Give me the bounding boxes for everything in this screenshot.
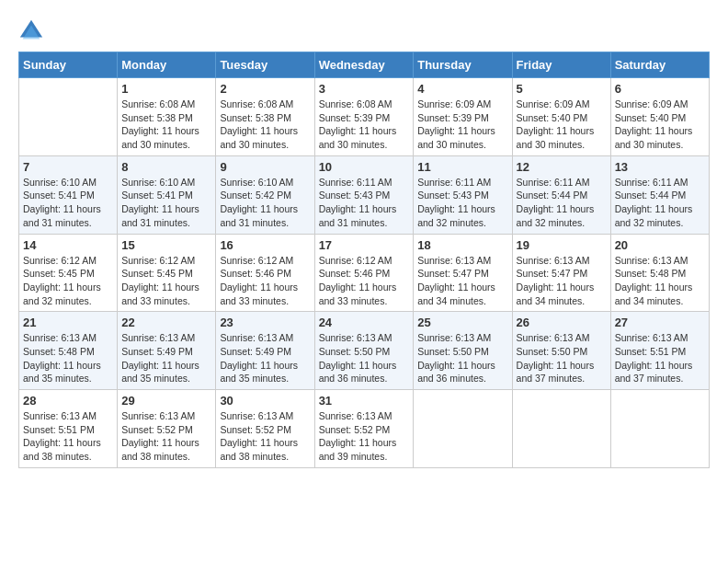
day-number: 18 bbox=[417, 238, 507, 252]
day-cell: 5 Sunrise: 6:09 AMSunset: 5:40 PMDayligh… bbox=[512, 78, 610, 156]
day-cell: 7 Sunrise: 6:10 AMSunset: 5:41 PMDayligh… bbox=[19, 155, 118, 234]
day-cell: 13 Sunrise: 6:11 AMSunset: 5:44 PMDaylig… bbox=[610, 155, 709, 234]
day-info: Sunrise: 6:13 AMSunset: 5:52 PMDaylight:… bbox=[121, 409, 211, 464]
day-header-wednesday: Wednesday bbox=[314, 52, 414, 78]
day-number: 8 bbox=[121, 160, 211, 174]
day-header-thursday: Thursday bbox=[414, 52, 512, 78]
day-number: 28 bbox=[23, 394, 113, 408]
day-cell: 31 Sunrise: 6:13 AMSunset: 5:52 PMDaylig… bbox=[314, 390, 414, 468]
day-cell: 10 Sunrise: 6:11 AMSunset: 5:43 PMDaylig… bbox=[314, 155, 414, 234]
calendar-table: SundayMondayTuesdayWednesdayThursdayFrid… bbox=[18, 52, 710, 468]
day-info: Sunrise: 6:11 AMSunset: 5:44 PMDaylight:… bbox=[517, 176, 607, 230]
day-info: Sunrise: 6:13 AMSunset: 5:50 PMDaylight:… bbox=[319, 331, 410, 385]
day-info: Sunrise: 6:09 AMSunset: 5:39 PMDaylight:… bbox=[417, 98, 507, 152]
day-cell: 18 Sunrise: 6:13 AMSunset: 5:47 PMDaylig… bbox=[414, 234, 512, 312]
day-info: Sunrise: 6:12 AMSunset: 5:45 PMDaylight:… bbox=[121, 254, 211, 308]
day-info: Sunrise: 6:13 AMSunset: 5:50 PMDaylight:… bbox=[417, 331, 507, 385]
week-row-1: 1 Sunrise: 6:08 AMSunset: 5:38 PMDayligh… bbox=[19, 78, 710, 156]
day-number: 23 bbox=[220, 316, 310, 329]
day-cell: 6 Sunrise: 6:09 AMSunset: 5:40 PMDayligh… bbox=[610, 78, 709, 156]
day-cell: 27 Sunrise: 6:13 AMSunset: 5:51 PMDaylig… bbox=[610, 312, 709, 390]
week-row-2: 7 Sunrise: 6:10 AMSunset: 5:41 PMDayligh… bbox=[19, 155, 710, 234]
day-header-monday: Monday bbox=[118, 52, 216, 78]
day-cell: 1 Sunrise: 6:08 AMSunset: 5:38 PMDayligh… bbox=[118, 78, 216, 156]
day-cell: 4 Sunrise: 6:09 AMSunset: 5:39 PMDayligh… bbox=[414, 78, 512, 156]
day-cell: 25 Sunrise: 6:13 AMSunset: 5:50 PMDaylig… bbox=[414, 312, 512, 390]
day-number: 26 bbox=[517, 316, 607, 329]
day-info: Sunrise: 6:13 AMSunset: 5:51 PMDaylight:… bbox=[23, 409, 113, 464]
day-cell: 22 Sunrise: 6:13 AMSunset: 5:49 PMDaylig… bbox=[118, 312, 216, 390]
day-info: Sunrise: 6:13 AMSunset: 5:49 PMDaylight:… bbox=[121, 331, 211, 385]
day-number: 1 bbox=[121, 82, 211, 96]
day-cell: 11 Sunrise: 6:11 AMSunset: 5:43 PMDaylig… bbox=[414, 155, 512, 234]
day-cell: 17 Sunrise: 6:12 AMSunset: 5:46 PMDaylig… bbox=[314, 234, 414, 312]
day-info: Sunrise: 6:10 AMSunset: 5:42 PMDaylight:… bbox=[220, 176, 310, 230]
day-info: Sunrise: 6:10 AMSunset: 5:41 PMDaylight:… bbox=[23, 176, 113, 230]
day-info: Sunrise: 6:13 AMSunset: 5:50 PMDaylight:… bbox=[517, 331, 607, 385]
header-row: SundayMondayTuesdayWednesdayThursdayFrid… bbox=[19, 52, 710, 78]
day-number: 3 bbox=[319, 82, 410, 96]
day-cell: 15 Sunrise: 6:12 AMSunset: 5:45 PMDaylig… bbox=[118, 234, 216, 312]
day-number: 31 bbox=[319, 394, 410, 408]
day-header-sunday: Sunday bbox=[19, 52, 118, 78]
day-cell: 19 Sunrise: 6:13 AMSunset: 5:47 PMDaylig… bbox=[512, 234, 610, 312]
day-info: Sunrise: 6:12 AMSunset: 5:46 PMDaylight:… bbox=[319, 254, 410, 308]
day-number: 6 bbox=[615, 82, 705, 96]
day-info: Sunrise: 6:11 AMSunset: 5:43 PMDaylight:… bbox=[417, 176, 507, 230]
day-info: Sunrise: 6:13 AMSunset: 5:47 PMDaylight:… bbox=[417, 254, 507, 308]
day-cell bbox=[19, 78, 118, 156]
day-info: Sunrise: 6:13 AMSunset: 5:52 PMDaylight:… bbox=[220, 409, 310, 464]
day-cell: 14 Sunrise: 6:12 AMSunset: 5:45 PMDaylig… bbox=[19, 234, 118, 312]
day-info: Sunrise: 6:11 AMSunset: 5:44 PMDaylight:… bbox=[615, 176, 705, 230]
day-number: 16 bbox=[220, 238, 310, 252]
day-cell: 9 Sunrise: 6:10 AMSunset: 5:42 PMDayligh… bbox=[216, 155, 314, 234]
day-cell: 20 Sunrise: 6:13 AMSunset: 5:48 PMDaylig… bbox=[610, 234, 709, 312]
day-cell: 26 Sunrise: 6:13 AMSunset: 5:50 PMDaylig… bbox=[512, 312, 610, 390]
logo bbox=[18, 18, 48, 44]
day-info: Sunrise: 6:09 AMSunset: 5:40 PMDaylight:… bbox=[615, 98, 705, 152]
day-number: 2 bbox=[220, 82, 310, 96]
day-number: 29 bbox=[121, 394, 211, 408]
day-number: 22 bbox=[121, 316, 211, 329]
day-cell: 24 Sunrise: 6:13 AMSunset: 5:50 PMDaylig… bbox=[314, 312, 414, 390]
day-info: Sunrise: 6:13 AMSunset: 5:51 PMDaylight:… bbox=[615, 331, 705, 385]
day-header-saturday: Saturday bbox=[610, 52, 709, 78]
day-info: Sunrise: 6:13 AMSunset: 5:48 PMDaylight:… bbox=[615, 254, 705, 308]
week-row-5: 28 Sunrise: 6:13 AMSunset: 5:51 PMDaylig… bbox=[19, 390, 710, 468]
day-info: Sunrise: 6:11 AMSunset: 5:43 PMDaylight:… bbox=[319, 176, 410, 230]
day-cell: 12 Sunrise: 6:11 AMSunset: 5:44 PMDaylig… bbox=[512, 155, 610, 234]
day-number: 20 bbox=[615, 238, 705, 252]
day-number: 11 bbox=[417, 160, 507, 174]
day-cell: 8 Sunrise: 6:10 AMSunset: 5:41 PMDayligh… bbox=[118, 155, 216, 234]
day-header-tuesday: Tuesday bbox=[216, 52, 314, 78]
day-number: 14 bbox=[23, 238, 113, 252]
day-cell: 2 Sunrise: 6:08 AMSunset: 5:38 PMDayligh… bbox=[216, 78, 314, 156]
day-info: Sunrise: 6:08 AMSunset: 5:38 PMDaylight:… bbox=[220, 98, 310, 152]
day-info: Sunrise: 6:08 AMSunset: 5:39 PMDaylight:… bbox=[319, 98, 410, 152]
day-info: Sunrise: 6:10 AMSunset: 5:41 PMDaylight:… bbox=[121, 176, 211, 230]
logo-icon bbox=[18, 18, 44, 44]
day-number: 27 bbox=[615, 316, 705, 329]
day-cell bbox=[512, 390, 610, 468]
day-cell: 30 Sunrise: 6:13 AMSunset: 5:52 PMDaylig… bbox=[216, 390, 314, 468]
day-info: Sunrise: 6:13 AMSunset: 5:52 PMDaylight:… bbox=[319, 409, 410, 464]
day-cell bbox=[414, 390, 512, 468]
day-number: 15 bbox=[121, 238, 211, 252]
day-cell: 28 Sunrise: 6:13 AMSunset: 5:51 PMDaylig… bbox=[19, 390, 118, 468]
week-row-3: 14 Sunrise: 6:12 AMSunset: 5:45 PMDaylig… bbox=[19, 234, 710, 312]
day-info: Sunrise: 6:13 AMSunset: 5:49 PMDaylight:… bbox=[220, 331, 310, 385]
day-info: Sunrise: 6:08 AMSunset: 5:38 PMDaylight:… bbox=[121, 98, 211, 152]
day-info: Sunrise: 6:12 AMSunset: 5:45 PMDaylight:… bbox=[23, 254, 113, 308]
day-info: Sunrise: 6:12 AMSunset: 5:46 PMDaylight:… bbox=[220, 254, 310, 308]
day-number: 7 bbox=[23, 160, 113, 174]
day-number: 13 bbox=[615, 160, 705, 174]
day-cell: 3 Sunrise: 6:08 AMSunset: 5:39 PMDayligh… bbox=[314, 78, 414, 156]
day-number: 9 bbox=[220, 160, 310, 174]
day-info: Sunrise: 6:13 AMSunset: 5:48 PMDaylight:… bbox=[23, 331, 113, 385]
page-header bbox=[18, 18, 710, 44]
day-info: Sunrise: 6:09 AMSunset: 5:40 PMDaylight:… bbox=[517, 98, 607, 152]
day-info: Sunrise: 6:13 AMSunset: 5:47 PMDaylight:… bbox=[517, 254, 607, 308]
day-cell: 16 Sunrise: 6:12 AMSunset: 5:46 PMDaylig… bbox=[216, 234, 314, 312]
day-header-friday: Friday bbox=[512, 52, 610, 78]
day-cell: 29 Sunrise: 6:13 AMSunset: 5:52 PMDaylig… bbox=[118, 390, 216, 468]
